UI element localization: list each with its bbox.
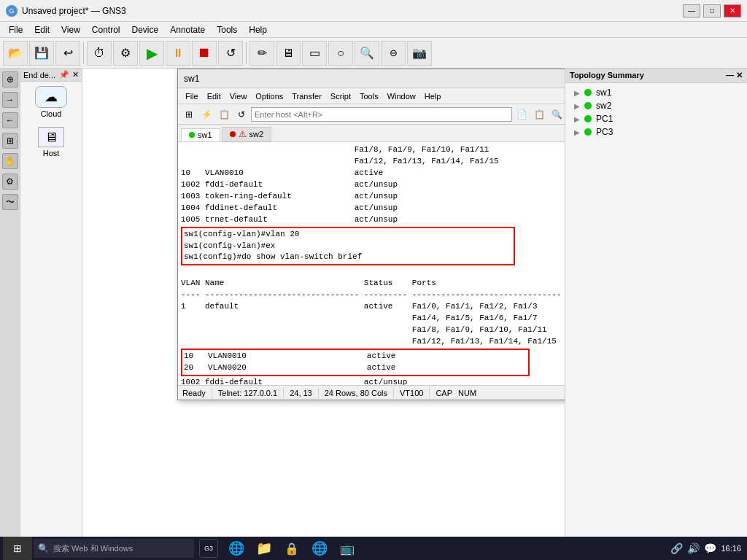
start-button[interactable]: ▶ [139,41,164,66]
taskbar-folder-icon[interactable]: 📁 [251,537,277,560]
canvas-area[interactable]: 🖥 PC1 🖥 PC3 vlan10 vlan30 sw1 — □ ✕ [82,69,565,560]
status-position: 24, 13 [290,389,312,397]
forward-button[interactable]: → [2,92,18,108]
device-panel-close[interactable]: ✕ [72,70,79,79]
topo-arrow-pc3: ▶ [574,128,580,136]
taskbar-gns3-icon[interactable]: G3 [196,537,222,560]
menu-help[interactable]: Help [243,23,273,36]
term-bolt-button[interactable]: ⚡ [198,106,214,122]
open-button[interactable]: 📂 [3,41,28,66]
term-vlan1002: 1002 fddi-default act/unsup [181,377,565,385]
status-terminal: VT100 [400,389,423,397]
menu-edit[interactable]: Edit [28,23,55,36]
back-button[interactable]: ← [2,112,18,128]
navigate-button[interactable]: ⊕ [2,71,18,88]
ellipse-button[interactable]: ○ [328,41,353,66]
term-menu-options[interactable]: Options [251,90,287,102]
topo-item-sw2[interactable]: ▶ sw2 [568,99,744,112]
terminal-body: Fa1/8, Fa1/9, Fa1/10, Fa1/11 Fa1/12, Fa1… [178,142,565,385]
snake-button[interactable]: 〜 [2,194,18,210]
hand-button[interactable]: ✋ [2,153,18,169]
term-menu-file[interactable]: File [181,90,203,102]
topology-panel-controls[interactable]: — ✕ [726,71,743,80]
config-button[interactable]: ⚙ [113,41,138,66]
zoom-area-button[interactable]: ⊞ [2,133,18,149]
cloud-icon: ☁ [35,86,67,108]
device-cloud[interactable]: ☁ Cloud [20,82,82,122]
menu-tools[interactable]: Tools [211,23,243,36]
tab-sw1-label: sw1 [198,131,212,139]
term-blank [181,266,565,278]
topo-item-pc1[interactable]: ▶ PC1 [568,112,744,125]
tab-sw2[interactable]: ⚠ sw2 [222,127,272,141]
menu-device[interactable]: Device [126,23,165,36]
gns3-icon: G3 [199,539,218,558]
status-rows-cols: 24 Rows, 80 Cols [325,389,387,397]
maximize-button[interactable]: □ [703,4,721,18]
device-panel-pin[interactable]: 📌 [59,70,69,79]
window-controls[interactable]: — □ ✕ [683,4,741,18]
settings-button[interactable]: ⚙ [2,174,18,190]
term-menu-transfer[interactable]: Transfer [287,90,326,102]
term-paste-button[interactable]: 📋 [531,106,547,122]
console-button[interactable]: 🖥 [276,41,301,66]
term-menu-script[interactable]: Script [326,90,355,102]
term-layout-button[interactable]: ⊞ [181,106,197,122]
term-menu-edit[interactable]: Edit [203,90,225,102]
edit-device-button[interactable]: ✏ [249,41,274,66]
terminal-title: sw1 [184,74,199,84]
minimize-button[interactable]: — [683,4,700,18]
menu-file[interactable]: File [3,23,28,36]
topo-label-sw1: sw1 [596,88,611,98]
rect-button[interactable]: ▭ [302,41,327,66]
app-icon: G [6,5,18,17]
action-bar: ⊕ → ← ⊞ ✋ ⚙ 〜 [0,69,20,560]
timer-button[interactable]: ⏱ [87,41,112,66]
taskbar-ie-icon[interactable]: 🌐 [223,537,249,560]
menu-view[interactable]: View [55,23,86,36]
term-line-3: 10 VLAN0010 active [181,168,565,179]
term-menu-window[interactable]: Window [383,90,420,102]
topology-close-button[interactable]: ✕ [736,71,743,80]
taskbar-volume-icon: 🔊 [687,542,700,554]
device-host[interactable]: 🖥 Host [20,122,82,162]
term-search-button[interactable]: 🔍 [549,106,565,122]
term-vlan20: 20 VLAN0020 active [184,362,527,374]
reload-button[interactable]: ↺ [218,41,243,66]
term-host-input[interactable] [251,107,512,122]
topology-minimize-button[interactable]: — [726,71,734,80]
screenshot-button[interactable]: 📷 [407,41,432,66]
taskbar-time: 16:16 [721,544,741,553]
pause-button[interactable]: ⏸ [166,41,190,66]
stop-button[interactable]: ⏹ [192,41,217,66]
zoom-in-button[interactable]: 🔍 [355,41,379,66]
taskbar: ⊞ 🔍 搜索 Web 和 Windows G3 🌐 📁 🔒 🌐 📺 🔗 🔊 💬 … [0,537,747,560]
term-reload-button[interactable]: ↺ [233,106,249,122]
taskbar-lock-icon[interactable]: 🔒 [279,537,305,560]
host-label: Host [43,149,60,158]
close-button[interactable]: ✕ [724,4,741,18]
taskbar-media-icon[interactable]: 📺 [334,537,360,560]
tab-sw1[interactable]: sw1 [181,128,220,141]
terminal-window-sw1[interactable]: sw1 — □ ✕ File Edit View Options Transfe… [177,69,565,400]
status-num: NUM [458,389,476,397]
command-highlight-box: sw1(config-vlan)#vlan 20 sw1(config-vlan… [181,227,515,266]
menu-annotate[interactable]: Annotate [164,23,211,36]
taskbar-browser-icon[interactable]: 🌐 [306,537,333,560]
device-panel: End de... 📌 ✕ ☁ Cloud 🖥 Host [20,69,82,560]
terminal-content[interactable]: Fa1/8, Fa1/9, Fa1/10, Fa1/11 Fa1/12, Fa1… [178,142,565,385]
term-menu-view[interactable]: View [225,90,252,102]
term-menu-help[interactable]: Help [420,90,446,102]
term-copy-button[interactable]: 📋 [216,106,232,122]
term-copy2-button[interactable]: 📄 [514,106,530,122]
topo-item-sw1[interactable]: ▶ sw1 [568,86,744,99]
zoom-out-button[interactable]: ⊖ [381,41,406,66]
topology-panel-title: Topology Summary [570,71,644,80]
menu-control[interactable]: Control [86,23,126,36]
term-line-4: 1002 fddi-default act/unsup [181,179,565,191]
undo-button[interactable]: ↩ [55,41,80,66]
start-button[interactable]: ⊞ [3,537,32,560]
save-button[interactable]: 💾 [29,41,54,66]
topo-item-pc3[interactable]: ▶ PC3 [568,125,744,139]
term-menu-tools[interactable]: Tools [355,90,383,102]
